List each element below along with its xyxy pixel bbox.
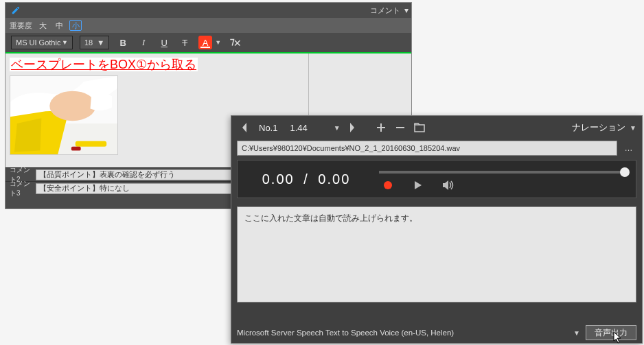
audio-player: 0.00 / 0.00 xyxy=(237,160,636,198)
item-number: No.1 xyxy=(256,123,280,133)
italic-button[interactable]: I xyxy=(137,36,150,49)
narration-panel: No.1 1.44 ▼ ナレーション ▼ C:¥Users¥980120¥Doc… xyxy=(231,115,643,344)
record-button[interactable] xyxy=(382,179,394,191)
pencil-icon xyxy=(10,4,22,16)
narration-titlebar: No.1 1.44 ▼ ナレーション ▼ xyxy=(231,116,642,139)
time-total: 0.00 xyxy=(318,171,350,187)
filepath-row: C:¥Users¥980120¥Documents¥NO_2_1_2016063… xyxy=(231,139,642,157)
chevron-down-icon: ▼ xyxy=(62,39,68,46)
svg-point-4 xyxy=(49,91,95,121)
item-duration: 1.44 xyxy=(284,123,310,133)
priority-row: 重要度 大 中 小 xyxy=(5,18,411,33)
strike-button[interactable]: T xyxy=(178,36,192,49)
narration-label: ナレーション xyxy=(572,121,625,134)
comment-menu-dropdown-icon[interactable]: ▾ xyxy=(402,5,411,15)
tts-textarea[interactable]: ここに入れた文章は自動で読み上げられます。 xyxy=(237,206,636,302)
clear-format-button[interactable] xyxy=(228,36,242,49)
svg-rect-2 xyxy=(76,141,106,147)
priority-high[interactable]: 大 xyxy=(36,20,49,31)
font-name-value: MS UI Gothic xyxy=(16,38,60,47)
remove-button[interactable] xyxy=(393,120,408,135)
bold-button[interactable]: B xyxy=(116,36,130,49)
volume-button[interactable] xyxy=(442,179,455,191)
underline-button[interactable]: U xyxy=(157,36,171,49)
svg-rect-5 xyxy=(415,125,424,132)
audio-output-button[interactable]: 音声出力 xyxy=(586,325,636,340)
next-button[interactable] xyxy=(345,120,360,135)
seek-track[interactable] xyxy=(379,171,625,174)
svg-rect-3 xyxy=(71,147,81,151)
time-display: 0.00 / 0.00 xyxy=(238,171,375,187)
player-controls xyxy=(375,164,636,194)
editor-titlebar: コメント ▾ xyxy=(5,3,411,18)
folder-button[interactable] xyxy=(412,120,427,135)
main-text[interactable]: ベースプレートをBOX①から取る xyxy=(10,58,198,71)
add-button[interactable] xyxy=(373,120,389,135)
record-icon xyxy=(384,181,392,189)
font-name-select[interactable]: MS UI Gothic ▼ xyxy=(11,36,73,49)
thumbnail-image[interactable] xyxy=(10,75,118,155)
play-button[interactable] xyxy=(412,179,424,191)
comment-menu-label[interactable]: コメント xyxy=(370,5,400,16)
voice-dropdown-icon[interactable]: ▼ xyxy=(573,329,580,337)
font-size-select[interactable]: 18 ▼ xyxy=(80,36,109,49)
priority-label: 重要度 xyxy=(10,21,32,31)
item-dropdown-icon[interactable]: ▼ xyxy=(334,124,341,132)
prev-button[interactable] xyxy=(237,120,252,135)
text-color-dropdown-icon[interactable]: ▼ xyxy=(215,39,221,46)
format-toolbar: MS UI Gothic ▼ 18 ▼ B I U T A ▼ xyxy=(5,33,411,52)
text-color-button[interactable]: A xyxy=(198,36,212,49)
seek-knob[interactable] xyxy=(620,167,630,177)
time-current: 0.00 xyxy=(262,171,295,187)
priority-mid[interactable]: 中 xyxy=(53,20,65,31)
filepath-more-button[interactable]: … xyxy=(621,143,636,153)
filepath-input[interactable]: C:¥Users¥980120¥Documents¥NO_2_1_2016063… xyxy=(237,141,617,156)
chevron-down-icon: ▼ xyxy=(97,38,104,47)
narration-footer: Microsoft Server Speech Text to Speech V… xyxy=(231,322,642,343)
time-sep: / xyxy=(303,171,309,187)
priority-low[interactable]: 小 xyxy=(69,20,82,31)
voice-name: Microsoft Server Speech Text to Speech V… xyxy=(237,329,454,337)
narration-dropdown-icon[interactable]: ▼ xyxy=(630,124,636,132)
comment-label: コメント3 xyxy=(5,179,36,198)
font-size-value: 18 xyxy=(84,38,93,47)
